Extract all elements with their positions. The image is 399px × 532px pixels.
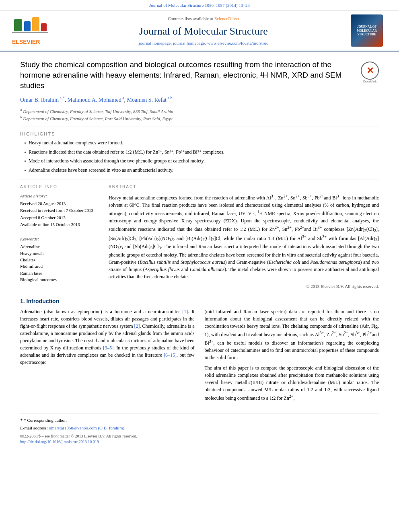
article-info-label: ARTICLE INFO <box>20 184 101 190</box>
sciencedirect-link[interactable]: ScienceDirect <box>214 16 239 21</box>
svg-rect-1 <box>24 21 31 31</box>
info-abstract-section: ARTICLE INFO Article history: Received 2… <box>20 184 379 290</box>
main-content: Study the chemical composition and biolo… <box>0 51 399 453</box>
keywords-label: Keywords: <box>20 236 101 242</box>
homepage-url[interactable]: journal homepage: www.elsevier.com/locat… <box>173 41 268 45</box>
journal-logo-right: JOURNAL OF MOLECULAR STRUCTURE <box>351 14 387 47</box>
author-3[interactable]: Moamen S. Refat <box>127 97 167 103</box>
affiliation-2: b Department of Chemistry, Faculty of Sc… <box>20 115 379 122</box>
abstract-column: ABSTRACT Heavy metal adrenaline complexe… <box>109 184 379 290</box>
keyword-4: Mid infrared <box>20 263 101 269</box>
article-info-column: ARTICLE INFO Article history: Received 2… <box>20 184 101 290</box>
intro-para-2: (mid infrared and Raman laser spectra) d… <box>205 308 379 361</box>
intro-col-1: Adrenaline (also known as epinephrine) i… <box>20 308 195 405</box>
highlight-item-1: •Heavy metal adrenaline complexes were f… <box>24 140 379 148</box>
footer-copyright: 0022-2860/$ – see front matter © 2013 El… <box>20 433 379 445</box>
highlights-label: HIGHLIGHTS <box>20 131 379 137</box>
abstract-label: ABSTRACT <box>109 184 379 190</box>
journal-logo-text: JOURNAL OF MOLECULAR STRUCTURE <box>352 25 381 37</box>
footnote-star-icon: * <box>20 417 23 423</box>
crossmark-badge[interactable]: ✕ CrossMark <box>361 62 379 80</box>
keywords-list: Adrenaline Heavy metals Chelates Mid inf… <box>20 244 101 283</box>
received-date: Received 20 August 2013 <box>20 201 101 207</box>
doi-line[interactable]: http://dx.doi.org/10.1016/j.molstruc.201… <box>20 439 379 445</box>
email-address[interactable]: omarstar1958@yahoo.com (O.B. Ibrahim). <box>49 425 125 430</box>
corresponding-label: * Corresponding author. <box>24 418 67 423</box>
abstract-text: Heavy metal adrenaline complexes formed … <box>109 193 379 280</box>
authors-line: Omar B. Ibrahim a,*, Mahmoud A. Mohamed … <box>20 95 379 104</box>
svg-rect-3 <box>41 23 47 31</box>
contents-available-text: Contents lists available at ScienceDirec… <box>56 15 351 22</box>
copyright-line: © 2013 Elsevier B.V. All rights reserved… <box>109 283 379 290</box>
email-label: E-mail address: <box>20 425 48 430</box>
corresponding-author-note: * * Corresponding author. <box>20 417 379 424</box>
accepted-date: Accepted 8 October 2013 <box>20 215 101 221</box>
elsevier-logo-container: ELSEVIER <box>12 15 56 46</box>
introduction-columns: Adrenaline (also known as epinephrine) i… <box>20 308 379 405</box>
introduction-section: 1. Introduction Adrenaline (also known a… <box>20 298 379 405</box>
intro-para-3: The aim of this paper is to compare the … <box>205 364 379 402</box>
elsevier-windmill-icon <box>12 15 48 37</box>
elsevier-logo: ELSEVIER <box>12 15 56 46</box>
keyword-1: Adrenaline <box>20 244 101 250</box>
divider-2 <box>20 179 379 179</box>
author-2[interactable]: Mahmoud A. Mohamed <box>67 97 121 103</box>
email-footnote: E-mail address: omarstar1958@yahoo.com (… <box>20 425 379 431</box>
journal-title: Journal of Molecular Structure <box>56 24 351 39</box>
affiliation-1: a Department of Chemistry, Faculty of Sc… <box>20 107 379 115</box>
keyword-5: Raman laser <box>20 270 101 276</box>
intro-col-2: (mid infrared and Raman laser spectra) d… <box>205 308 379 405</box>
article-title-text: Study the chemical composition and biolo… <box>20 60 341 89</box>
highlight-item-3: •Mode of interactions which associated t… <box>24 158 379 166</box>
author-1[interactable]: Omar B. Ibrahim <box>20 97 59 103</box>
crossmark-icon: ✕ <box>366 65 374 77</box>
article-history-label: Article history: <box>20 193 101 199</box>
highlight-item-2: •Reactions indicated that the data obtai… <box>24 149 379 157</box>
highlights-list: •Heavy metal adrenaline complexes were f… <box>20 140 379 175</box>
elsevier-brand-text: ELSEVIER <box>12 38 40 46</box>
svg-rect-2 <box>32 17 39 31</box>
svg-rect-0 <box>14 19 22 31</box>
divider-1 <box>20 127 379 127</box>
footer-section: * * Corresponding author. E-mail address… <box>20 413 379 445</box>
article-title-container: Study the chemical composition and biolo… <box>20 60 379 90</box>
page: Journal of Molecular Structure 1056–1057… <box>0 0 399 532</box>
highlight-item-4: •Adrenaline chelates have been screened … <box>24 167 379 175</box>
intro-para-1: Adrenaline (also known as epinephrine) i… <box>20 308 195 366</box>
affiliations: a Department of Chemistry, Faculty of Sc… <box>20 107 379 122</box>
keyword-6: Biological outcomes <box>20 277 101 283</box>
journal-reference: Journal of Molecular Structure 1056–1057… <box>149 3 250 8</box>
contents-label: Contents lists available at <box>168 16 213 21</box>
revised-date: Received in revised form 7 October 2013 <box>20 207 101 214</box>
journal-logo-box: JOURNAL OF MOLECULAR STRUCTURE <box>351 14 383 47</box>
journal-reference-bar: Journal of Molecular Structure 1056–1057… <box>0 0 399 10</box>
journal-homepage: journal homepage: journal homepage: www.… <box>56 40 351 46</box>
journal-header: ELSEVIER Contents lists available at Sci… <box>0 10 399 51</box>
available-date: Available online 15 October 2013 <box>20 222 101 228</box>
section-1-heading: 1. Introduction <box>20 298 379 306</box>
journal-title-section: Contents lists available at ScienceDirec… <box>56 15 351 46</box>
keyword-3: Chelates <box>20 257 101 263</box>
issn-line: 0022-2860/$ – see front matter © 2013 El… <box>20 433 379 439</box>
keyword-2: Heavy metals <box>20 251 101 257</box>
